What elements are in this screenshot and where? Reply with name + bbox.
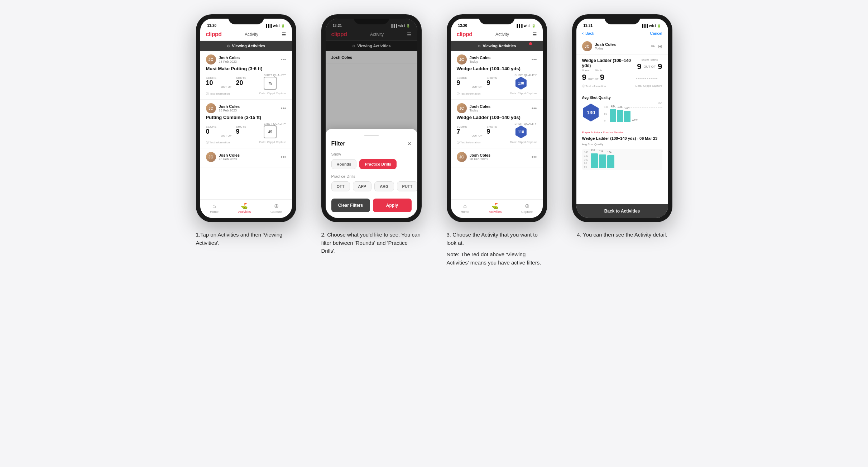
- user-name-3-2: Josh Coles: [470, 104, 491, 109]
- apply-btn[interactable]: Apply: [373, 199, 412, 212]
- tab-activities-3[interactable]: ⛳ Activities: [489, 202, 502, 214]
- user-date-3-2: Today: [470, 109, 491, 112]
- tab-capture-1[interactable]: ⊕ Capture: [270, 202, 282, 214]
- user-info-3-2: JC Josh Coles Today: [457, 103, 491, 113]
- battery-icon-4: 🔋: [657, 24, 661, 28]
- quality-group-3-1: Shot Quality 130: [514, 73, 537, 90]
- practice-drills-filter-label: Practice Drills: [331, 174, 412, 178]
- phone1-screen: 13:20 ▐▐▐ WiFi 🔋 clippd Activity ☰ ⚙: [200, 19, 292, 218]
- out-of-3-1: OUT OF: [471, 85, 482, 89]
- home-tab-icon-1: ⌂: [212, 203, 216, 209]
- more-dots-1-3[interactable]: •••: [281, 154, 286, 160]
- detail-data-label: Data: Clippd Capture: [636, 84, 662, 88]
- chart-app-label: APP: [632, 119, 638, 122]
- pill-rounds[interactable]: Rounds: [331, 159, 357, 169]
- avatar-4: JC: [582, 41, 592, 51]
- shots-group-1-1: Shots 20: [236, 76, 246, 87]
- status-icons-3: ▐▐▐ WiFi 🔋: [515, 24, 535, 28]
- user-date-3-1: Today: [470, 60, 491, 63]
- tab-activities-1[interactable]: ⛳ Activities: [238, 202, 251, 214]
- banner-text-1: Viewing Activities: [232, 44, 265, 48]
- score-shots-labels: Score Shots: [582, 69, 637, 72]
- user-meta-3-1: Josh Coles Today: [470, 56, 491, 63]
- menu-icon-3[interactable]: ☰: [532, 32, 537, 37]
- detail-score-col-val: 9: [637, 62, 641, 71]
- status-time-1: 13:20: [207, 24, 217, 28]
- out-of-1-1: OUT OF: [221, 85, 231, 89]
- more-dots-3-2[interactable]: •••: [532, 105, 537, 111]
- out-of-3-2: OUT OF: [471, 134, 482, 137]
- back-to-activities-btn[interactable]: Back to Activities: [576, 204, 668, 218]
- tab-home-1[interactable]: ⌂ Home: [210, 203, 219, 214]
- show-label: Show: [331, 152, 412, 156]
- bar-label-1: 132: [611, 105, 615, 107]
- clear-filters-btn[interactable]: Clear Filters: [331, 199, 370, 212]
- filter-icon-3: ⚙: [478, 44, 481, 48]
- more-dots-1-1[interactable]: •••: [281, 57, 286, 62]
- pill-putt[interactable]: PUTT: [397, 181, 417, 191]
- score-value-3-2: 7: [457, 128, 467, 135]
- out-of-1-2: OUT OF: [221, 134, 231, 137]
- user-meta-1-2: Josh Coles 28 Feb 2023: [219, 104, 240, 112]
- expand-icon-4[interactable]: ⊞: [658, 43, 662, 49]
- avatar-1-2: JC: [206, 103, 216, 113]
- filter-icon-1: ⚙: [227, 44, 230, 48]
- avatar-3-2: JC: [457, 103, 467, 113]
- score-group-1-2: Score 0: [206, 125, 217, 135]
- activity-card-3-2[interactable]: JC Josh Coles Today ••• Wedge Ladder (10…: [451, 100, 543, 148]
- more-dots-3-3[interactable]: •••: [532, 154, 537, 160]
- user-meta-1-1: Josh Coles 28 Feb 2023: [219, 56, 240, 63]
- card-footer-3-2: ⓘ Test Information Data: Clippd Capture: [457, 140, 537, 144]
- score-value-3-1: 9: [457, 80, 467, 87]
- user-info-1-3: JC Josh Coles 28 Feb 2023: [206, 152, 240, 162]
- phone2: 13:21 ▐▐▐ WiFi 🔋 clippd Activity ☰ ⚙: [321, 14, 422, 222]
- user-name-4: Josh Coles: [595, 42, 616, 47]
- signal-icon-3: ▐▐▐: [515, 24, 522, 28]
- back-btn-4[interactable]: < Back: [582, 31, 594, 35]
- detail-shots-value: 9: [600, 73, 604, 82]
- detail-title-4: Wedge Ladder (100–140 yds): [582, 58, 637, 68]
- tab-bar-1: ⌂ Home ⛳ Activities ⊕ Capture: [200, 199, 292, 218]
- activity-card-1-1[interactable]: JC Josh Coles 28 Feb 2023 ••• Must Make …: [200, 51, 292, 100]
- menu-icon-1[interactable]: ☰: [282, 32, 286, 37]
- session-dashed-line: [636, 78, 657, 79]
- close-modal-btn[interactable]: ✕: [407, 141, 412, 147]
- quality-label-3-1: Shot Quality: [514, 73, 537, 77]
- stats-row-3-2: Score 7 OUT OF Shots 9 Shot Quality 118: [457, 122, 537, 138]
- activity-card-1-3[interactable]: JC Josh Coles 28 Feb 2023 •••: [200, 148, 292, 167]
- activity-card-3-3[interactable]: JC Josh Coles 28 Feb 2023 •••: [451, 148, 543, 167]
- caption-3-line1: 3. Choose the Activity that you want to …: [447, 231, 547, 247]
- cancel-btn-4[interactable]: Cancel: [650, 31, 662, 35]
- tab-capture-3[interactable]: ⊕ Capture: [521, 202, 533, 214]
- battery-icon: 🔋: [281, 24, 285, 28]
- tab-capture-label-3: Capture: [521, 210, 533, 214]
- score-group-3-1: Score 9: [457, 76, 467, 87]
- user-meta-1-3: Josh Coles 28 Feb 2023: [219, 153, 240, 161]
- activity-title-1-2: Putting Combine (3-15 ft): [206, 115, 286, 120]
- phone1: 13:20 ▐▐▐ WiFi 🔋 clippd Activity ☰ ⚙: [196, 14, 296, 222]
- viewing-banner-3[interactable]: ⚙ Viewing Activities: [451, 41, 543, 51]
- detail-actions-4: ✏ ⊞: [651, 43, 662, 49]
- more-dots-1-2[interactable]: •••: [281, 105, 286, 111]
- pill-app[interactable]: APP: [353, 181, 372, 191]
- phone4: 13:21 ▐▐▐ WiFi 🔋 < Back Cancel: [572, 14, 672, 222]
- screen2-column: 13:21 ▐▐▐ WiFi 🔋 clippd Activity ☰ ⚙: [314, 14, 429, 267]
- phone2-screen: 13:21 ▐▐▐ WiFi 🔋 clippd Activity ☰ ⚙: [326, 19, 417, 218]
- pill-arg[interactable]: ARG: [374, 181, 394, 191]
- pill-practice-drills[interactable]: Practice Drills: [359, 159, 396, 169]
- modal-footer: Clear Filters Apply: [331, 199, 412, 212]
- viewing-banner-1[interactable]: ⚙ Viewing Activities: [200, 41, 292, 51]
- modal-title: Filter: [331, 140, 345, 147]
- more-dots-3-1[interactable]: •••: [532, 57, 537, 62]
- activity-card-3-1[interactable]: JC Josh Coles Today ••• Wedge Ladder (10…: [451, 51, 543, 100]
- activity-card-1-2[interactable]: JC Josh Coles 28 Feb 2023 ••• Putting Co…: [200, 100, 292, 148]
- pill-ott[interactable]: OTT: [331, 181, 350, 191]
- tab-home-3[interactable]: ⌂ Home: [461, 203, 469, 214]
- card-header-3-1: JC Josh Coles Today •••: [457, 54, 537, 65]
- phone3-notch: [479, 14, 515, 24]
- filter-modal: Filter ✕ Show Rounds Practice Drills Pra…: [326, 129, 417, 218]
- battery-icon-3: 🔋: [532, 24, 536, 28]
- shots-value-1-2: 9: [236, 128, 246, 135]
- edit-icon-4[interactable]: ✏: [651, 43, 655, 49]
- user-name-1-2: Josh Coles: [219, 104, 240, 109]
